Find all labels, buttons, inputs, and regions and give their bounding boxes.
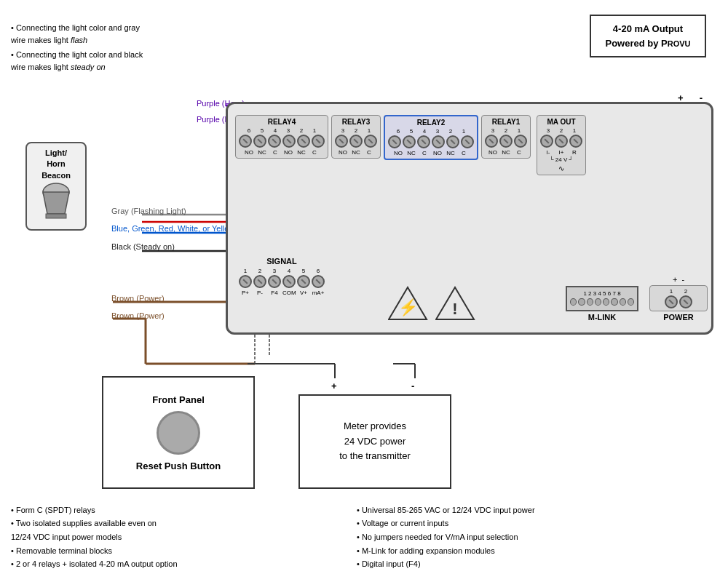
relay4-numbers: 654321: [243, 127, 320, 134]
relay2-sublabels: NONCCNONCC: [392, 150, 470, 156]
device-panel: RELAY4 654321 NONCCNONCC RELAY3 321: [226, 102, 713, 335]
relay3-sublabels: NONCC: [337, 149, 375, 156]
front-panel-box: Front Panel Reset Push Button: [102, 376, 255, 489]
front-panel-title: Front Panel: [152, 394, 205, 405]
beacon-container: Light/HornBeacon: [25, 142, 87, 231]
mlink-numbers: 1 2 3 4 5 6 7 8: [570, 290, 634, 297]
bottom-note-r4: • M-Link for adding expansion modules: [357, 544, 713, 558]
power-numbers: 12: [652, 288, 705, 295]
svg-text:⚡: ⚡: [398, 298, 419, 317]
meter-minus-label: -: [411, 380, 414, 391]
relay1-terminals: [485, 135, 527, 148]
relay1-label: RELAY1: [492, 118, 521, 126]
power-box: 12: [649, 285, 708, 311]
note-1-italic: flash: [71, 36, 87, 44]
svg-rect-33: [46, 214, 66, 218]
reset-button-circle: [157, 411, 200, 455]
signal-section: SIGNAL 123456 P+P-F4COMV+mA+: [239, 257, 325, 296]
front-panel-subtitle: Reset Push Button: [136, 461, 221, 471]
provu-text: ROVU: [668, 39, 691, 48]
bottom-note-l4: • Removable terminal blocks: [11, 544, 324, 558]
relay4-terminals: [239, 135, 325, 148]
bottom-note-r3: • No jumpers needed for V/mA input selec…: [357, 530, 713, 544]
bottom-note-l3: 12/24 VDC input power models: [11, 530, 324, 544]
output-minus: -: [700, 92, 703, 103]
relay-row: RELAY4 654321 NONCCNONCC RELAY3 321: [235, 115, 704, 175]
mlink-label: M-LINK: [566, 313, 638, 322]
bottom-note-l5: • 2 or 4 relays + isolated 4-20 mA outpu…: [11, 557, 324, 571]
wire-label-brown1: Brown (Power): [111, 294, 165, 303]
svg-text:!: !: [452, 300, 457, 318]
bottom-note-r2: • Voltage or current inputs: [357, 517, 713, 530]
relay1-numbers: 321: [487, 127, 525, 134]
relay2-terminals: [388, 135, 474, 148]
bottom-notes-left: • Form C (SPDT) relays • Two isolated su…: [11, 503, 324, 571]
relay2-group: RELAY2 654321 NONCCNONCC: [384, 115, 478, 160]
relay4-group: RELAY4 654321 NONCCNONCC: [235, 115, 328, 159]
bottom-notes-right: • Universal 85-265 VAC or 12/24 VDC inpu…: [357, 503, 713, 571]
output-line2: Powered by PROVU: [597, 36, 699, 51]
exclamation-warning: !: [435, 285, 475, 322]
relay1-sublabels: NONCC: [487, 149, 525, 156]
relay3-numbers: 321: [337, 127, 375, 134]
relay4-label: RELAY4: [268, 118, 296, 126]
note-2: • Connecting the light color and black w…: [11, 49, 157, 73]
ma-out-label: MA OUT: [547, 118, 575, 126]
note-2-italic: steady on: [71, 63, 106, 71]
power-plus: +: [673, 275, 677, 284]
bottom-note-r5: • Digital input (F4): [357, 557, 713, 571]
bottom-note-r1: • Universal 85-265 VAC or 12/24 VDC inpu…: [357, 503, 713, 517]
wire-label-gray: Gray (Flashing Light): [111, 207, 186, 215]
svg-marker-32: [43, 192, 69, 214]
ma-out-group: MA OUT 321 I-I+R └ 24 V ┘ ∿: [537, 115, 586, 175]
beacon-shape: [34, 181, 78, 221]
wire-label-black: Black (Steady on): [111, 242, 175, 251]
signal-terminals: [239, 275, 325, 288]
power-label: POWER: [649, 313, 708, 322]
v24-label: └ 24 V ┘: [550, 156, 573, 163]
mlink-section: 1 2 3 4 5 6 7 8 M-LINK: [566, 286, 638, 322]
mlink-box: 1 2 3 4 5 6 7 8: [566, 286, 638, 311]
signal-label: SIGNAL: [239, 257, 325, 266]
meter-text: Meter provides 24 VDC power to the trans…: [339, 419, 411, 464]
beacon-box: Light/HornBeacon: [25, 142, 87, 231]
signal-sublabels: P+P-F4COMV+mA+: [239, 290, 325, 296]
relay3-terminals: [335, 135, 377, 148]
mlink-terminals: [570, 298, 634, 306]
ma-out-terminals: [540, 135, 582, 148]
ma-out-numbers: 321: [542, 127, 580, 134]
meter-box: Meter provides 24 VDC power to the trans…: [298, 394, 451, 489]
beacon-label-text: Light/HornBeacon: [34, 148, 78, 181]
ma-out-sublabels: I-I+R: [542, 149, 580, 156]
warning-area: ⚡ !: [388, 285, 475, 322]
note-1: • Connecting the light color and gray wi…: [11, 22, 157, 46]
output-plus: +: [678, 92, 684, 103]
relay2-numbers: 654321: [392, 128, 470, 135]
meter-plus-label: +: [331, 380, 337, 391]
relay2-label: RELAY2: [417, 119, 446, 127]
output-plus-minus: + -: [678, 92, 703, 103]
relay3-group: RELAY3 321 NONCC: [331, 115, 381, 159]
power-plus-minus: + -: [649, 275, 708, 284]
power-section: + - 12 POWER: [649, 275, 708, 322]
relay3-label: RELAY3: [342, 118, 371, 126]
wire-label-brown2: Brown (Power): [111, 311, 165, 320]
ac-symbol: ∿: [558, 164, 564, 172]
output-box: 4-20 mA Output Powered by PROVU: [590, 15, 706, 57]
top-notes: • Connecting the light color and gray wi…: [11, 22, 157, 76]
relay4-sublabels: NONCCNONCC: [243, 149, 320, 156]
bottom-note-l2: • Two isolated supplies available even o…: [11, 517, 324, 530]
lightning-warning: ⚡: [388, 285, 428, 322]
bottom-note-l1: • Form C (SPDT) relays: [11, 503, 324, 517]
signal-numbers: 123456: [239, 268, 325, 274]
output-line1: 4-20 mA Output: [597, 22, 699, 36]
main-container: • Connecting the light color and gray wi…: [0, 0, 728, 582]
relay1-group: RELAY1 321 NONCC: [481, 115, 531, 159]
power-terminals: [652, 295, 705, 308]
power-minus: -: [681, 275, 684, 284]
